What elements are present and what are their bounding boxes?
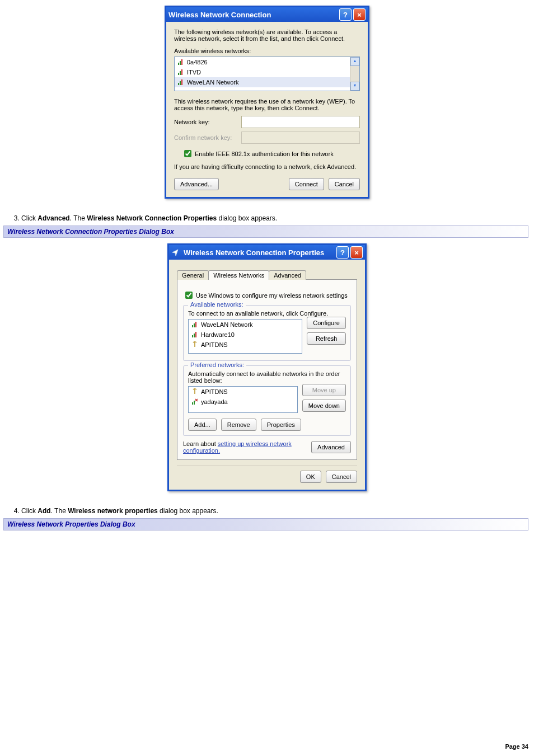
antenna-icon — [192, 388, 198, 396]
intro-text: The following wireless network(s) are av… — [174, 29, 360, 42]
signal-icon — [192, 331, 198, 339]
svg-rect-5 — [181, 69, 182, 75]
list-item: WaveLAN Network — [201, 321, 253, 328]
svg-rect-6 — [178, 83, 179, 85]
available-networks-label: Available wireless networks: — [174, 48, 360, 54]
signal-icon — [178, 58, 184, 66]
svg-rect-0 — [178, 63, 179, 65]
svg-rect-9 — [192, 325, 193, 327]
svg-rect-11 — [195, 322, 196, 327]
configure-button[interactable]: Configure — [307, 317, 346, 329]
scroll-down-icon[interactable]: ▾ — [350, 82, 359, 91]
wep-text: This wireless network requires the use o… — [174, 98, 360, 111]
cancel-button[interactable]: Cancel — [326, 471, 357, 483]
available-networks-group: Available networks: To connect to an ava… — [183, 305, 351, 361]
connect-button[interactable]: Connect — [289, 178, 324, 190]
signal-icon — [178, 78, 184, 86]
titlebar[interactable]: Wireless Network Connection Properties ?… — [169, 245, 365, 260]
dialog-title: Wireless Network Connection Properties — [184, 248, 324, 257]
available-list[interactable]: WaveLAN Network Hardware10 APITDNS — [188, 319, 302, 354]
antenna-icon — [192, 341, 198, 349]
confirm-key-label: Confirm network key: — [174, 134, 241, 141]
network-item: 0a4826 — [187, 59, 208, 65]
svg-rect-7 — [180, 81, 181, 85]
move-up-button[interactable]: Move up — [302, 384, 346, 396]
properties-button[interactable]: Properties — [261, 419, 301, 431]
wireless-icon — [171, 248, 180, 257]
signal-icon — [192, 321, 198, 328]
close-icon[interactable]: × — [353, 8, 366, 21]
step-3: Click Advanced. The Wireless Network Con… — [21, 214, 528, 222]
signal-x-icon — [192, 398, 198, 406]
svg-rect-1 — [180, 61, 181, 65]
available-networks-list[interactable]: 0a4826 ITVD WaveLAN Network ▴ ▾ — [174, 57, 360, 91]
close-icon[interactable]: × — [350, 246, 363, 259]
ieee-checkbox-label: Enable IEEE 802.1x authentication for th… — [195, 151, 334, 157]
list-item: yadayada — [201, 398, 228, 405]
remove-button[interactable]: Remove — [221, 419, 256, 431]
signal-icon — [178, 68, 184, 76]
ok-button[interactable]: OK — [300, 471, 321, 483]
wireless-connection-dialog: Wireless Network Connection ? × The foll… — [165, 6, 369, 199]
advanced-button[interactable]: Advanced — [311, 441, 351, 453]
svg-rect-15 — [192, 402, 193, 405]
learn-text: Learn about setting up wireless network … — [183, 440, 307, 454]
add-button[interactable]: Add... — [188, 419, 217, 431]
heading-network-properties-dialog: Wireless Network Properties Dialog Box — [3, 518, 528, 530]
tab-wireless-networks[interactable]: Wireless Networks — [208, 270, 269, 280]
svg-rect-16 — [194, 401, 195, 405]
help-icon[interactable]: ? — [336, 246, 349, 259]
help-icon[interactable]: ? — [339, 8, 352, 21]
advanced-button[interactable]: Advanced... — [174, 178, 219, 190]
scrollbar[interactable]: ▴ ▾ — [350, 57, 359, 91]
preferred-text: Automatically connect to available netwo… — [188, 370, 346, 384]
dialog-title: Wireless Network Connection — [168, 11, 271, 19]
heading-properties-dialog: Wireless Network Connection Properties D… — [3, 226, 528, 238]
svg-rect-4 — [180, 71, 181, 75]
list-item: APITDNS — [201, 388, 228, 395]
use-windows-label: Use Windows to configure my wireless net… — [196, 292, 348, 299]
tab-general[interactable]: General — [177, 270, 209, 280]
available-text: To connect to an available network, clic… — [188, 310, 346, 317]
svg-rect-10 — [194, 323, 195, 327]
titlebar[interactable]: Wireless Network Connection ? × — [166, 7, 368, 22]
preferred-list[interactable]: APITDNS yadayada — [188, 386, 298, 413]
network-item: ITVD — [187, 69, 201, 76]
confirm-key-input — [241, 132, 360, 144]
step-4: Click Add. The Wireless network properti… — [21, 507, 528, 515]
list-item: Hardware10 — [201, 331, 235, 338]
network-key-label: Network key: — [174, 119, 241, 125]
network-item: WaveLAN Network — [187, 79, 239, 86]
svg-rect-2 — [181, 59, 182, 65]
network-key-input[interactable] — [241, 116, 360, 128]
svg-rect-3 — [178, 73, 179, 75]
move-down-button[interactable]: Move down — [302, 400, 346, 412]
difficulty-text: If you are having difficulty connecting … — [174, 163, 360, 170]
svg-rect-12 — [192, 335, 193, 337]
ieee-checkbox[interactable] — [184, 150, 191, 157]
scroll-up-icon[interactable]: ▴ — [350, 57, 359, 66]
available-legend: Available networks: — [188, 301, 246, 308]
svg-rect-13 — [194, 334, 195, 337]
cancel-button[interactable]: Cancel — [329, 178, 360, 190]
preferred-networks-group: Preferred networks: Automatically connec… — [183, 365, 351, 436]
svg-rect-14 — [195, 332, 196, 337]
preferred-legend: Preferred networks: — [188, 361, 246, 368]
svg-rect-8 — [181, 79, 182, 85]
page-number: Page 34 — [6, 743, 528, 750]
list-item: APITDNS — [201, 341, 228, 348]
wireless-properties-dialog: Wireless Network Connection Properties ?… — [167, 243, 367, 491]
use-windows-checkbox[interactable] — [185, 292, 193, 299]
tab-advanced[interactable]: Advanced — [269, 270, 306, 280]
refresh-button[interactable]: Refresh — [307, 332, 346, 345]
